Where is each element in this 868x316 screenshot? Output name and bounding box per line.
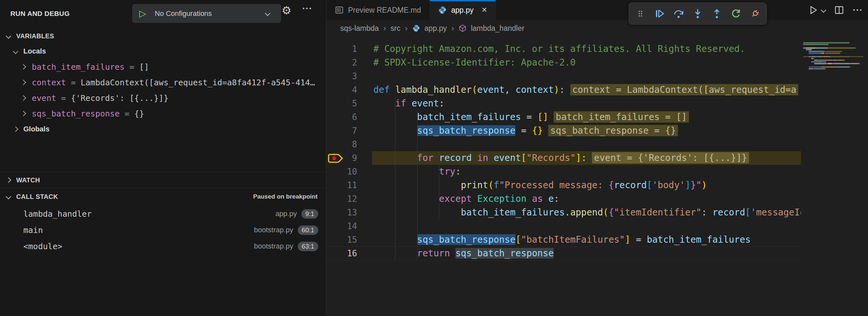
variable-value: {'Records': [{...}]} [71, 93, 168, 103]
code-line[interactable]: 15 sqs_batch_response["batchItemFailures… [327, 233, 801, 247]
tab-label: app.py [451, 6, 473, 14]
call-stack-frame[interactable]: mainbootstrap.py60:1 [0, 222, 326, 238]
chevron-down-icon [13, 49, 19, 54]
equals-sign: = [66, 78, 81, 87]
variable-name: batch_item_failures [32, 62, 125, 72]
code-line[interactable]: 2# SPDX-License-Identifier: Apache-2.0 [327, 56, 801, 69]
line-number: 13 [327, 206, 357, 219]
code-text: batch_item_failures.append({"itemIdentif… [373, 206, 801, 219]
inline-debug-value: batch_item_failures = [] [554, 111, 689, 123]
call-stack-frame[interactable]: lambda_handlerapp.py9:1 [0, 206, 326, 222]
code-text: for record in event["Records"]: event = … [373, 151, 749, 165]
editor-group: Preview README.md app.py ✕ [327, 0, 868, 316]
code-line[interactable]: 6 batch_item_failures = [] batch_item_fa… [327, 110, 801, 124]
code-line[interactable]: 12 except Exception as e: [327, 192, 801, 206]
breadcrumb: sqs-lambda › src › app.py › lambda_handl… [327, 20, 868, 36]
chevron-down-icon [6, 194, 11, 199]
restart-icon[interactable] [728, 5, 744, 22]
scope-label: Globals [23, 125, 50, 133]
code-line[interactable]: 3 [327, 69, 801, 83]
chevron-down-icon[interactable] [821, 7, 827, 13]
chevron-right-icon [21, 95, 26, 101]
chevron-right-icon [6, 178, 11, 183]
variable-text: batch_item_failures = [] [32, 62, 149, 72]
watch-section-header[interactable]: WATCH [0, 172, 326, 188]
code-line[interactable]: 4def lambda_handler(event, context): con… [327, 83, 801, 97]
code-line[interactable]: 11 print(f"Processed message: {record['b… [327, 179, 801, 192]
call-stack-section-header[interactable]: CALL STACK Paused on breakpoint [0, 188, 326, 205]
variable-name: context [32, 78, 66, 87]
breadcrumb-file[interactable]: app.py [425, 24, 447, 33]
code-line[interactable]: 10 try: [327, 165, 801, 179]
step-into-icon[interactable] [690, 5, 706, 22]
variable-row[interactable]: context = LambdaContext([aws_request_id=… [0, 74, 326, 90]
line-number: 9 [327, 151, 357, 165]
frame-position-badge: 63:1 [298, 242, 318, 251]
code-editor[interactable]: 1# Copyright Amazon.com, Inc. or its aff… [327, 42, 801, 269]
breadcrumb-separator: › [405, 24, 408, 33]
variable-value: [] [139, 62, 149, 72]
line-number: 12 [327, 192, 357, 206]
close-icon[interactable]: ✕ [482, 6, 487, 14]
breadcrumb-symbol[interactable]: lambda_handler [471, 24, 525, 33]
frame-file: app.py [275, 210, 297, 218]
breadcrumb-folder[interactable]: sqs-lambda [340, 24, 379, 33]
inline-debug-value: context = LambdaContext([aws_request_id=… [570, 84, 798, 95]
variable-text: context = LambdaContext([aws_request_id=… [32, 78, 315, 87]
chevron-right-icon [13, 127, 19, 132]
toolbar-gripper[interactable] [632, 5, 648, 22]
code-line[interactable]: 1# Copyright Amazon.com, Inc. or its aff… [327, 42, 801, 56]
split-editor-icon[interactable] [834, 5, 844, 15]
variable-row[interactable]: event = {'Records': [{...}]} [0, 90, 326, 106]
gear-icon[interactable]: ⚙ [282, 4, 291, 17]
step-over-icon[interactable] [671, 5, 686, 22]
tab-app-py[interactable]: app.py ✕ [430, 0, 496, 20]
chevron-down-icon [6, 33, 11, 39]
breadcrumb-folder[interactable]: src [391, 24, 401, 33]
line-number: 16 [327, 247, 357, 260]
code-text: print(f"Processed message: {record['body… [373, 179, 707, 192]
code-line[interactable]: 5 if event: [327, 97, 801, 110]
code-line[interactable]: 16 return sqs_batch_response [327, 247, 801, 260]
line-number: 8 [327, 137, 357, 151]
run-python-file-icon[interactable] [808, 5, 826, 15]
code-line[interactable]: 9 for record in event["Records"]: event … [327, 151, 801, 165]
code-line[interactable]: 7 sqs_batch_response = {} sqs_batch_resp… [327, 124, 801, 137]
step-out-icon[interactable] [709, 5, 725, 22]
minimap[interactable] [803, 42, 867, 107]
variable-value: {} [134, 109, 144, 119]
more-actions-icon[interactable]: ··· [302, 3, 312, 13]
variable-text: sqs_batch_response = {} [32, 109, 144, 119]
variables-section-header[interactable]: VARIABLES [0, 29, 326, 43]
inline-debug-value: sqs_batch_response = {} [548, 125, 678, 136]
start-debugging-icon[interactable]: ▷ [133, 4, 153, 22]
variable-value: LambdaContext([aws_request_id=a8fa412f-a… [81, 78, 315, 87]
variable-row[interactable]: batch_item_failures = [] [0, 59, 326, 74]
frame-name: <module> [23, 242, 62, 251]
editor-actions: ··· [808, 0, 863, 20]
line-number: 10 [327, 165, 357, 179]
code-line[interactable]: 8 [327, 137, 801, 151]
variable-row[interactable]: sqs_batch_response = {} [0, 106, 326, 121]
equals-sign: = [120, 109, 134, 119]
debug-configurations-dropdown[interactable]: ▷ No Configurations [132, 4, 281, 23]
python-icon [438, 6, 447, 14]
breadcrumb-separator: › [452, 24, 454, 33]
call-stack-frame[interactable]: <module>bootstrap.py63:1 [0, 238, 326, 254]
frame-name: main [23, 225, 43, 235]
code-line[interactable]: 14 [327, 219, 801, 233]
indent-guide [395, 97, 395, 260]
tab-label: Preview README.md [348, 6, 421, 14]
more-actions-icon[interactable]: ··· [853, 5, 863, 15]
line-number: 1 [327, 42, 357, 56]
call-stack-list: lambda_handlerapp.py9:1mainbootstrap.py6… [0, 206, 326, 254]
continue-icon[interactable] [651, 5, 667, 22]
tab-preview-readme[interactable]: Preview README.md [327, 0, 430, 20]
variables-scope-row[interactable]: Locals [0, 43, 326, 59]
variables-scope-row[interactable]: Globals [0, 121, 326, 137]
equals-sign: = [56, 93, 71, 103]
code-line[interactable]: 13 batch_item_failures.append({"itemIden… [327, 206, 801, 219]
method-symbol-icon [459, 24, 466, 32]
disconnect-icon[interactable] [747, 5, 763, 22]
code-text: def lambda_handler(event, context): cont… [373, 83, 798, 97]
